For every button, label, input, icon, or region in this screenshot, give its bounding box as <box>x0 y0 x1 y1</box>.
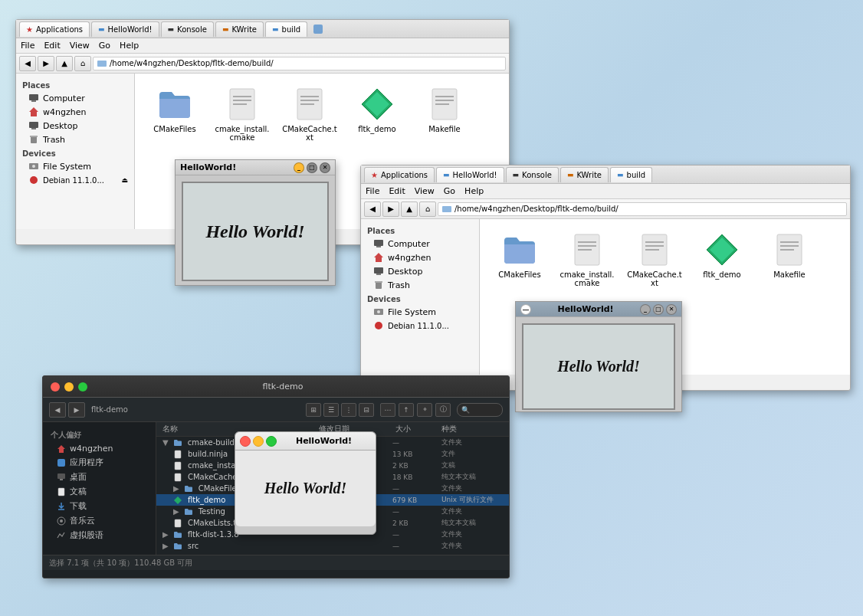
mac-info-button[interactable]: ⓘ <box>435 403 451 417</box>
mac-sidebar-desktop[interactable]: 桌面 <box>43 470 156 484</box>
mac-tag-button[interactable]: ⌖ <box>417 403 432 417</box>
tab-helloworld-2[interactable]: ▬ HelloWorld! <box>436 167 504 182</box>
svg-rect-2 <box>29 94 38 100</box>
back-button-2[interactable]: ◀ <box>364 202 381 217</box>
menu-file-2[interactable]: File <box>366 186 379 196</box>
up-button-2[interactable]: ▲ <box>401 202 418 217</box>
sidebar-trash-2[interactable]: Trash <box>361 278 479 292</box>
mac-status-bar: 选择 7.1 项（共 10 项）110.48 GB 可用 <box>43 555 509 570</box>
file-item-cmakecache-1[interactable]: CMakeCache.txt <box>279 83 340 145</box>
mac-back-button[interactable]: ◀ <box>49 402 66 418</box>
tab-build-1[interactable]: ▬ build <box>265 21 307 37</box>
hw-fullscreen-3[interactable] <box>266 436 277 447</box>
svg-rect-32 <box>376 282 382 289</box>
file-item-cmakecache-2[interactable]: CMakeCache.txt <box>624 228 685 290</box>
sidebar-debian-2[interactable]: Debian 11.1.0... <box>361 319 479 333</box>
menu-help-1[interactable]: Help <box>120 41 139 51</box>
sidebar-debian-1[interactable]: Debian 11.1.0... ⏏ <box>16 173 134 187</box>
mac-view-grid-button[interactable]: ⊞ <box>306 403 321 417</box>
forward-button-2[interactable]: ▶ <box>382 202 399 217</box>
tab-helloworld-1[interactable]: ▬ HelloWorld! <box>91 21 159 37</box>
file-item-fltk-demo-1[interactable]: fltk_demo <box>346 83 408 145</box>
sidebar-home-2[interactable]: w4ngzhen <box>361 251 479 264</box>
mac-sidebar-stocks[interactable]: 虚拟股语 <box>43 528 156 542</box>
file-item-cmakefiles-1[interactable]: CMakeFiles <box>144 83 205 145</box>
sidebar-trash-1[interactable]: Trash <box>16 133 134 146</box>
mac-view-columns-button[interactable]: ⋮ <box>341 403 356 417</box>
mac-sidebar-w4ngzhen[interactable]: w4ngzhen <box>43 442 156 455</box>
sidebar-desktop-2[interactable]: Desktop <box>361 264 479 278</box>
hw-close-2[interactable]: ✕ <box>666 304 677 315</box>
file-item-makefile-1[interactable]: Makefile <box>414 83 475 145</box>
svg-rect-31 <box>376 274 381 275</box>
file-item-cmake-install-2[interactable]: cmake_install.cmake <box>556 228 618 290</box>
mac-action-button[interactable]: ⋯ <box>380 403 395 417</box>
sidebar-filesystem-1[interactable]: File System <box>16 159 134 173</box>
tab-applications-1[interactable]: ★ Applications <box>19 21 90 37</box>
menu-bar-1: File Edit View Go Help <box>16 38 509 54</box>
menu-edit-2[interactable]: Edit <box>389 186 405 196</box>
mac-path-label: fltk-demo <box>91 405 128 414</box>
svg-rect-63 <box>175 519 181 527</box>
mac-sidebar-downloads[interactable]: 下载 <box>43 499 156 513</box>
mac-share-button[interactable]: ↑ <box>399 403 414 417</box>
file-item-cmake-install-1[interactable]: cmake_install.cmake <box>212 83 273 145</box>
address-bar-1[interactable]: /home/w4ngzhen/Desktop/fltk-demo/build/ <box>93 57 506 70</box>
hw-close-1[interactable]: ✕ <box>320 162 330 173</box>
home-button-2[interactable]: ⌂ <box>419 202 436 217</box>
hw-minimize-3[interactable] <box>253 436 264 447</box>
tab-applications-2[interactable]: ★ Applications <box>364 167 435 182</box>
forward-button-1[interactable]: ▶ <box>38 56 54 71</box>
mac-forward-button[interactable]: ▶ <box>68 402 85 418</box>
tab-konsole-1[interactable]: ▬ Konsole <box>161 21 214 37</box>
hw-close-3[interactable] <box>240 436 251 447</box>
menu-help-2[interactable]: Help <box>464 186 484 196</box>
svg-marker-51 <box>57 445 65 453</box>
hw-minimize-1[interactable]: _ <box>294 162 304 173</box>
file-item-makefile-2[interactable]: Makefile <box>759 228 820 290</box>
sidebar-filesystem-2[interactable]: File System <box>361 305 479 319</box>
file-item-fltk-demo-2[interactable]: fltk_demo <box>691 228 753 290</box>
mac-close-button[interactable] <box>51 382 60 392</box>
mac-search-bar[interactable]: 🔍 <box>457 403 503 417</box>
hw-close-2a[interactable]: — <box>520 304 531 315</box>
address-bar-2[interactable]: /home/w4ngzhen/Desktop/fltk-demo/build/ <box>438 202 847 216</box>
svg-point-35 <box>377 310 380 313</box>
mac-search-icon: 🔍 <box>461 406 470 414</box>
sidebar-computer-1[interactable]: Computer <box>16 91 134 105</box>
up-button-1[interactable]: ▲ <box>56 56 73 71</box>
tab-build-2[interactable]: ▬ build <box>610 167 652 182</box>
menu-go-2[interactable]: Go <box>444 186 455 196</box>
mac-view-list-button[interactable]: ☰ <box>323 403 339 417</box>
hw-titlebar-buttons-3 <box>240 436 277 447</box>
svg-point-11 <box>30 176 38 184</box>
hw-minimize-2[interactable]: _ <box>640 304 651 315</box>
svg-rect-33 <box>375 281 382 283</box>
back-button-1[interactable]: ◀ <box>19 56 36 71</box>
menu-go-1[interactable]: Go <box>99 41 110 51</box>
mac-sidebar-documents[interactable]: 文稿 <box>43 484 156 499</box>
svg-marker-21 <box>365 92 389 116</box>
sidebar-home-1[interactable]: w4ngzhen <box>16 105 134 119</box>
add-tab-button-1[interactable] <box>312 23 324 35</box>
mac-sort-button[interactable]: ⊟ <box>359 403 374 417</box>
sidebar-computer-2[interactable]: Computer <box>361 237 479 251</box>
mac-file-row-src[interactable]: ▶ src — 文件夹 <box>156 540 509 552</box>
tab-konsole-2[interactable]: ▬ Konsole <box>506 167 559 182</box>
home-button-1[interactable]: ⌂ <box>74 56 91 71</box>
svg-rect-61 <box>175 473 181 481</box>
menu-view-2[interactable]: View <box>415 186 435 196</box>
mac-sidebar-music[interactable]: 音乐云 <box>43 513 156 528</box>
menu-view-1[interactable]: View <box>70 41 90 51</box>
sidebar-desktop-1[interactable]: Desktop <box>16 119 134 133</box>
tab-kwrite-2[interactable]: ▬ KWrite <box>560 167 609 182</box>
hw-maximize-1[interactable]: □ <box>307 162 317 173</box>
svg-marker-29 <box>374 253 383 262</box>
tab-kwrite-1[interactable]: ▬ KWrite <box>215 21 264 37</box>
menu-file-1[interactable]: File <box>21 41 34 51</box>
svg-rect-26 <box>442 206 451 212</box>
file-item-cmakefiles-2[interactable]: CMakeFiles <box>489 228 550 290</box>
menu-edit-1[interactable]: Edit <box>44 41 60 51</box>
mac-sidebar-apps[interactable]: 应用程序 <box>43 455 156 470</box>
hw-maximize-2[interactable]: □ <box>653 304 664 315</box>
